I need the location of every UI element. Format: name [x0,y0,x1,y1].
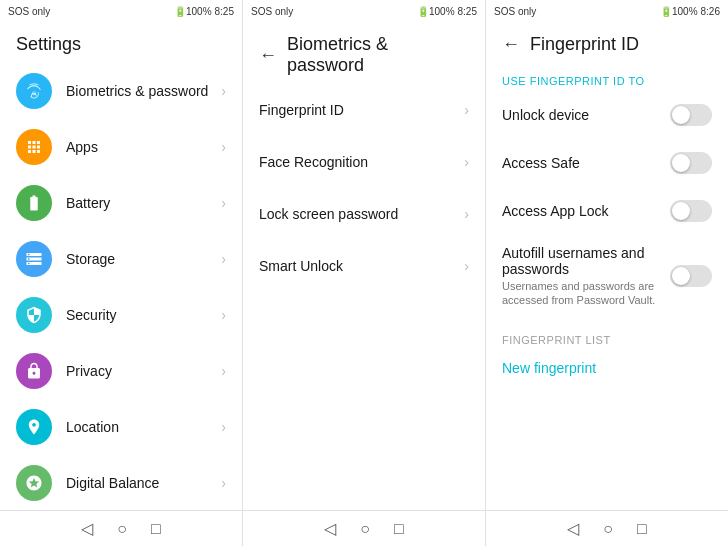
access-app-lock-label: Access App Lock [502,203,670,219]
smart-unlock-label: Smart Unlock [259,258,464,274]
settings-list: Biometrics & password › Apps › Battery › [0,63,242,510]
nav-bar-2: ◁ ○ □ [243,510,486,546]
biometrics-icon [16,73,52,109]
autofill-sublabel: Usernames and passwords are accessed fro… [502,279,670,308]
toggle-item-access-safe: Access Safe [486,139,728,187]
settings-item-location[interactable]: Location › [0,399,242,455]
settings-item-apps[interactable]: Apps › [0,119,242,175]
settings-item-security[interactable]: Security › [0,287,242,343]
settings-item-digital-balance[interactable]: Digital Balance › [0,455,242,510]
biometrics-smart-unlock-item[interactable]: Smart Unlock › [243,240,485,292]
storage-label: Storage [66,251,221,267]
settings-item-biometrics[interactable]: Biometrics & password › [0,63,242,119]
fingerprint-list-section-label: FINGERPRINT LIST [486,318,728,350]
digital-balance-chevron: › [221,475,226,491]
apps-icon [16,129,52,165]
biometrics-fingerprint-item[interactable]: Fingerprint ID › [243,84,485,136]
digital-balance-icon [16,465,52,501]
fingerprint-id-chevron: › [464,102,469,118]
sos-text-1: SOS only [8,6,50,17]
new-fingerprint-button[interactable]: New fingerprint [486,350,728,386]
security-chevron: › [221,307,226,323]
settings-item-storage[interactable]: Storage › [0,231,242,287]
fingerprint-panel-title: Fingerprint ID [530,34,639,55]
unlock-device-content: Unlock device [502,107,670,123]
settings-item-privacy[interactable]: Privacy › [0,343,242,399]
biometrics-chevron: › [221,83,226,99]
time-1: 8:25 [215,6,234,17]
privacy-chevron: › [221,363,226,379]
access-app-lock-toggle[interactable] [670,200,712,222]
access-safe-content: Access Safe [502,155,670,171]
autofill-content: Autofill usernames and passwords Usernam… [502,245,670,308]
nav-recent-2[interactable]: □ [394,520,404,538]
location-label: Location [66,419,221,435]
nav-recent-1[interactable]: □ [151,520,161,538]
status-bars: SOS only 🔋100% 8:25 SOS only 🔋100% 8:25 … [0,0,728,22]
apps-label: Apps [66,139,221,155]
biometrics-header: ← Biometrics & password [243,22,485,84]
status-left-2: SOS only [251,6,293,17]
status-right-1: 🔋100% 8:25 [174,6,234,17]
sos-text-3: SOS only [494,6,536,17]
fingerprint-id-label: Fingerprint ID [259,102,464,118]
toggle-item-autofill: Autofill usernames and passwords Usernam… [486,235,728,318]
face-recognition-chevron: › [464,154,469,170]
nav-bar-3: ◁ ○ □ [486,510,728,546]
nav-back-2[interactable]: ◁ [324,519,336,538]
access-safe-toggle[interactable] [670,152,712,174]
unlock-device-toggle[interactable] [670,104,712,126]
status-bar-1: SOS only 🔋100% 8:25 [0,0,243,22]
fingerprint-header: ← Fingerprint ID [486,22,728,63]
biometrics-face-item[interactable]: Face Recognition › [243,136,485,188]
biometrics-panel-title: Biometrics & password [287,34,469,76]
smart-unlock-chevron: › [464,258,469,274]
biometrics-list: Fingerprint ID › Face Recognition › Lock… [243,84,485,510]
time-3: 8:26 [701,6,720,17]
status-left-3: SOS only [494,6,536,17]
battery-2: 🔋100% [417,6,455,17]
lock-screen-chevron: › [464,206,469,222]
status-right-3: 🔋100% 8:26 [660,6,720,17]
access-app-lock-content: Access App Lock [502,203,670,219]
nav-home-2[interactable]: ○ [360,520,370,538]
nav-home-3[interactable]: ○ [603,520,613,538]
security-label: Security [66,307,221,323]
autofill-toggle[interactable] [670,265,712,287]
storage-icon [16,241,52,277]
settings-panel: Settings Biometrics & password › Apps › [0,22,243,510]
settings-item-battery[interactable]: Battery › [0,175,242,231]
security-icon [16,297,52,333]
storage-chevron: › [221,251,226,267]
access-safe-label: Access Safe [502,155,670,171]
face-recognition-label: Face Recognition [259,154,464,170]
location-chevron: › [221,419,226,435]
status-right-2: 🔋100% 8:25 [417,6,477,17]
nav-back-3[interactable]: ◁ [567,519,579,538]
biometrics-panel: ← Biometrics & password Fingerprint ID ›… [243,22,486,510]
time-2: 8:25 [458,6,477,17]
nav-bars: ◁ ○ □ ◁ ○ □ ◁ ○ □ [0,510,728,546]
battery-chevron: › [221,195,226,211]
battery-1: 🔋100% [174,6,212,17]
nav-home-1[interactable]: ○ [117,520,127,538]
toggle-item-unlock-device: Unlock device [486,91,728,139]
use-fingerprint-section-label: USE FINGERPRINT ID TO [486,63,728,91]
digital-balance-label: Digital Balance [66,475,221,491]
nav-back-1[interactable]: ◁ [81,519,93,538]
battery-icon [16,185,52,221]
status-bar-2: SOS only 🔋100% 8:25 [243,0,486,22]
privacy-label: Privacy [66,363,221,379]
fingerprint-back-button[interactable]: ← [502,34,520,55]
autofill-label: Autofill usernames and passwords [502,245,670,277]
status-bar-3: SOS only 🔋100% 8:26 [486,0,728,22]
apps-chevron: › [221,139,226,155]
location-icon [16,409,52,445]
nav-recent-3[interactable]: □ [637,520,647,538]
privacy-icon [16,353,52,389]
settings-title: Settings [16,34,81,54]
battery-3: 🔋100% [660,6,698,17]
biometrics-lockscreen-item[interactable]: Lock screen password › [243,188,485,240]
biometrics-back-button[interactable]: ← [259,45,277,66]
panels-container: Settings Biometrics & password › Apps › [0,22,728,510]
